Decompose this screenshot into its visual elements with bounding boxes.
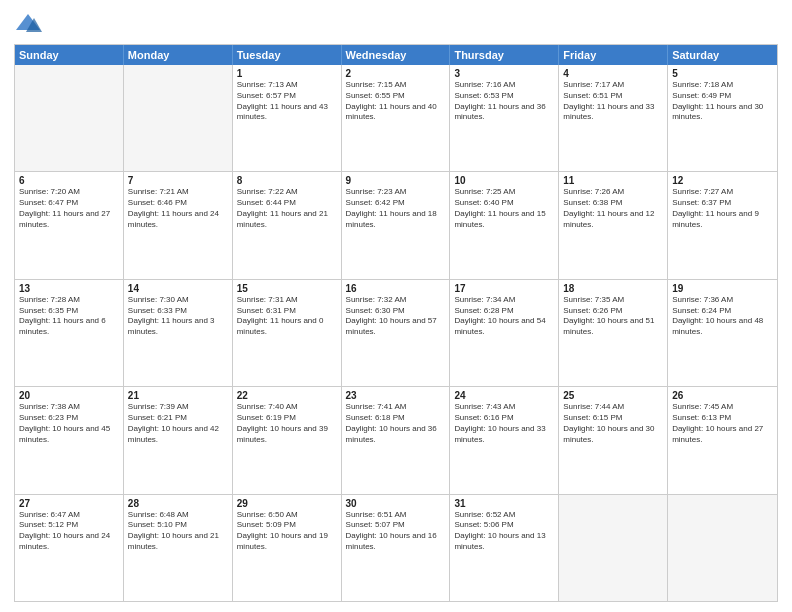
day-info: Sunrise: 6:51 AM Sunset: 5:07 PM Dayligh… xyxy=(346,510,446,553)
table-row xyxy=(559,495,668,601)
day-info: Sunrise: 7:30 AM Sunset: 6:33 PM Dayligh… xyxy=(128,295,228,338)
day-info: Sunrise: 7:21 AM Sunset: 6:46 PM Dayligh… xyxy=(128,187,228,230)
header-day-saturday: Saturday xyxy=(668,45,777,65)
table-row: 27Sunrise: 6:47 AM Sunset: 5:12 PM Dayli… xyxy=(15,495,124,601)
table-row: 5Sunrise: 7:18 AM Sunset: 6:49 PM Daylig… xyxy=(668,65,777,171)
page: SundayMondayTuesdayWednesdayThursdayFrid… xyxy=(0,0,792,612)
table-row: 3Sunrise: 7:16 AM Sunset: 6:53 PM Daylig… xyxy=(450,65,559,171)
table-row: 16Sunrise: 7:32 AM Sunset: 6:30 PM Dayli… xyxy=(342,280,451,386)
day-info: Sunrise: 7:18 AM Sunset: 6:49 PM Dayligh… xyxy=(672,80,773,123)
day-number: 1 xyxy=(237,68,337,79)
table-row: 21Sunrise: 7:39 AM Sunset: 6:21 PM Dayli… xyxy=(124,387,233,493)
day-number: 12 xyxy=(672,175,773,186)
header-day-tuesday: Tuesday xyxy=(233,45,342,65)
day-info: Sunrise: 7:44 AM Sunset: 6:15 PM Dayligh… xyxy=(563,402,663,445)
table-row xyxy=(15,65,124,171)
table-row: 12Sunrise: 7:27 AM Sunset: 6:37 PM Dayli… xyxy=(668,172,777,278)
day-info: Sunrise: 7:40 AM Sunset: 6:19 PM Dayligh… xyxy=(237,402,337,445)
calendar-header: SundayMondayTuesdayWednesdayThursdayFrid… xyxy=(15,45,777,65)
day-number: 13 xyxy=(19,283,119,294)
table-row: 13Sunrise: 7:28 AM Sunset: 6:35 PM Dayli… xyxy=(15,280,124,386)
table-row: 6Sunrise: 7:20 AM Sunset: 6:47 PM Daylig… xyxy=(15,172,124,278)
day-number: 26 xyxy=(672,390,773,401)
day-info: Sunrise: 7:27 AM Sunset: 6:37 PM Dayligh… xyxy=(672,187,773,230)
header-day-friday: Friday xyxy=(559,45,668,65)
table-row: 1Sunrise: 7:13 AM Sunset: 6:57 PM Daylig… xyxy=(233,65,342,171)
day-info: Sunrise: 7:36 AM Sunset: 6:24 PM Dayligh… xyxy=(672,295,773,338)
day-number: 25 xyxy=(563,390,663,401)
day-number: 28 xyxy=(128,498,228,509)
week-row-3: 20Sunrise: 7:38 AM Sunset: 6:23 PM Dayli… xyxy=(15,386,777,493)
table-row: 9Sunrise: 7:23 AM Sunset: 6:42 PM Daylig… xyxy=(342,172,451,278)
day-info: Sunrise: 7:20 AM Sunset: 6:47 PM Dayligh… xyxy=(19,187,119,230)
table-row: 29Sunrise: 6:50 AM Sunset: 5:09 PM Dayli… xyxy=(233,495,342,601)
day-info: Sunrise: 7:39 AM Sunset: 6:21 PM Dayligh… xyxy=(128,402,228,445)
day-number: 3 xyxy=(454,68,554,79)
day-info: Sunrise: 7:38 AM Sunset: 6:23 PM Dayligh… xyxy=(19,402,119,445)
day-info: Sunrise: 7:34 AM Sunset: 6:28 PM Dayligh… xyxy=(454,295,554,338)
day-info: Sunrise: 7:28 AM Sunset: 6:35 PM Dayligh… xyxy=(19,295,119,338)
day-number: 2 xyxy=(346,68,446,79)
table-row: 2Sunrise: 7:15 AM Sunset: 6:55 PM Daylig… xyxy=(342,65,451,171)
day-number: 5 xyxy=(672,68,773,79)
day-number: 21 xyxy=(128,390,228,401)
week-row-4: 27Sunrise: 6:47 AM Sunset: 5:12 PM Dayli… xyxy=(15,494,777,601)
week-row-1: 6Sunrise: 7:20 AM Sunset: 6:47 PM Daylig… xyxy=(15,171,777,278)
day-number: 16 xyxy=(346,283,446,294)
table-row: 10Sunrise: 7:25 AM Sunset: 6:40 PM Dayli… xyxy=(450,172,559,278)
day-info: Sunrise: 7:43 AM Sunset: 6:16 PM Dayligh… xyxy=(454,402,554,445)
day-info: Sunrise: 7:17 AM Sunset: 6:51 PM Dayligh… xyxy=(563,80,663,123)
day-number: 17 xyxy=(454,283,554,294)
week-row-2: 13Sunrise: 7:28 AM Sunset: 6:35 PM Dayli… xyxy=(15,279,777,386)
day-number: 20 xyxy=(19,390,119,401)
day-number: 9 xyxy=(346,175,446,186)
day-number: 31 xyxy=(454,498,554,509)
table-row: 15Sunrise: 7:31 AM Sunset: 6:31 PM Dayli… xyxy=(233,280,342,386)
table-row: 18Sunrise: 7:35 AM Sunset: 6:26 PM Dayli… xyxy=(559,280,668,386)
day-info: Sunrise: 7:35 AM Sunset: 6:26 PM Dayligh… xyxy=(563,295,663,338)
table-row: 23Sunrise: 7:41 AM Sunset: 6:18 PM Dayli… xyxy=(342,387,451,493)
table-row xyxy=(668,495,777,601)
day-number: 4 xyxy=(563,68,663,79)
day-number: 15 xyxy=(237,283,337,294)
header-day-sunday: Sunday xyxy=(15,45,124,65)
day-info: Sunrise: 7:15 AM Sunset: 6:55 PM Dayligh… xyxy=(346,80,446,123)
day-number: 30 xyxy=(346,498,446,509)
day-number: 22 xyxy=(237,390,337,401)
day-number: 18 xyxy=(563,283,663,294)
day-number: 10 xyxy=(454,175,554,186)
day-number: 7 xyxy=(128,175,228,186)
table-row: 11Sunrise: 7:26 AM Sunset: 6:38 PM Dayli… xyxy=(559,172,668,278)
day-info: Sunrise: 6:50 AM Sunset: 5:09 PM Dayligh… xyxy=(237,510,337,553)
table-row: 28Sunrise: 6:48 AM Sunset: 5:10 PM Dayli… xyxy=(124,495,233,601)
day-info: Sunrise: 7:26 AM Sunset: 6:38 PM Dayligh… xyxy=(563,187,663,230)
day-number: 8 xyxy=(237,175,337,186)
table-row: 8Sunrise: 7:22 AM Sunset: 6:44 PM Daylig… xyxy=(233,172,342,278)
logo-icon xyxy=(14,10,42,38)
table-row: 22Sunrise: 7:40 AM Sunset: 6:19 PM Dayli… xyxy=(233,387,342,493)
table-row: 30Sunrise: 6:51 AM Sunset: 5:07 PM Dayli… xyxy=(342,495,451,601)
day-info: Sunrise: 6:52 AM Sunset: 5:06 PM Dayligh… xyxy=(454,510,554,553)
day-info: Sunrise: 7:16 AM Sunset: 6:53 PM Dayligh… xyxy=(454,80,554,123)
header-day-wednesday: Wednesday xyxy=(342,45,451,65)
day-number: 29 xyxy=(237,498,337,509)
day-info: Sunrise: 7:23 AM Sunset: 6:42 PM Dayligh… xyxy=(346,187,446,230)
day-number: 14 xyxy=(128,283,228,294)
table-row: 4Sunrise: 7:17 AM Sunset: 6:51 PM Daylig… xyxy=(559,65,668,171)
header-day-monday: Monday xyxy=(124,45,233,65)
day-info: Sunrise: 7:41 AM Sunset: 6:18 PM Dayligh… xyxy=(346,402,446,445)
table-row: 25Sunrise: 7:44 AM Sunset: 6:15 PM Dayli… xyxy=(559,387,668,493)
day-info: Sunrise: 7:13 AM Sunset: 6:57 PM Dayligh… xyxy=(237,80,337,123)
table-row: 24Sunrise: 7:43 AM Sunset: 6:16 PM Dayli… xyxy=(450,387,559,493)
day-info: Sunrise: 7:31 AM Sunset: 6:31 PM Dayligh… xyxy=(237,295,337,338)
day-number: 24 xyxy=(454,390,554,401)
day-info: Sunrise: 6:47 AM Sunset: 5:12 PM Dayligh… xyxy=(19,510,119,553)
logo xyxy=(14,10,46,38)
week-row-0: 1Sunrise: 7:13 AM Sunset: 6:57 PM Daylig… xyxy=(15,65,777,171)
day-info: Sunrise: 6:48 AM Sunset: 5:10 PM Dayligh… xyxy=(128,510,228,553)
table-row xyxy=(124,65,233,171)
day-number: 23 xyxy=(346,390,446,401)
day-number: 6 xyxy=(19,175,119,186)
table-row: 17Sunrise: 7:34 AM Sunset: 6:28 PM Dayli… xyxy=(450,280,559,386)
day-info: Sunrise: 7:45 AM Sunset: 6:13 PM Dayligh… xyxy=(672,402,773,445)
